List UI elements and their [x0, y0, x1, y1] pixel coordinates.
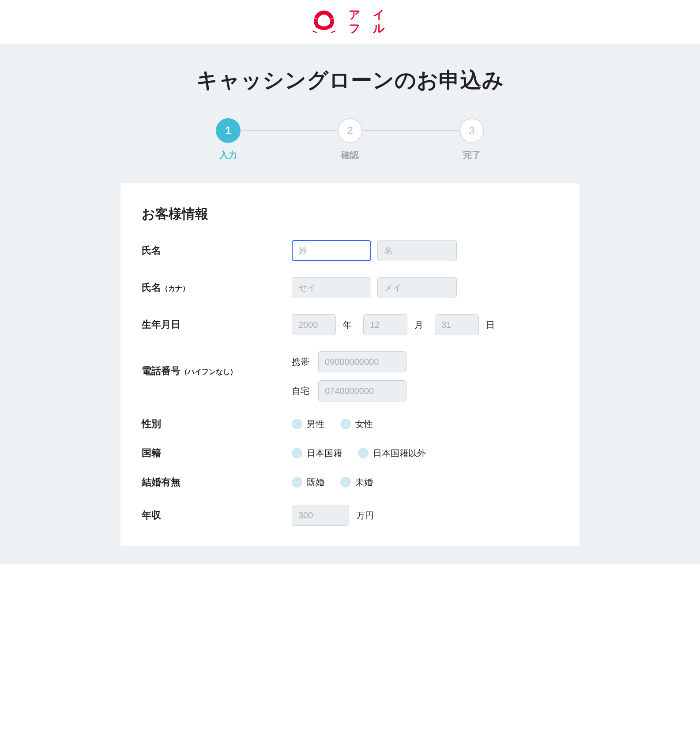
income-unit: 万円 [356, 510, 374, 521]
step-circle: 2 [338, 118, 362, 143]
row-name: 氏名 [142, 240, 558, 261]
birth-year-input[interactable] [292, 314, 336, 335]
step-label: 入力 [219, 149, 237, 161]
radio-icon [292, 477, 302, 488]
radio-icon [292, 448, 302, 458]
label-nationality: 国籍 [142, 446, 292, 460]
label-phone: 電話番号（ハイフンなし） [142, 351, 292, 378]
label-marital: 結婚有無 [142, 476, 292, 489]
page-body: キャッシングローンのお申込み 1 入力 2 確認 3 完了 お客様情報 氏名 [0, 44, 700, 564]
label-kana: 氏名（カナ） [142, 281, 292, 294]
radio-icon [340, 477, 351, 488]
home-phone-input[interactable] [318, 380, 406, 401]
stepper: 1 入力 2 確認 3 完了 [12, 118, 688, 161]
nationality-jp-radio[interactable]: 日本国籍 [292, 447, 342, 459]
marital-married-radio[interactable]: 既婚 [292, 476, 324, 488]
marital-single-radio[interactable]: 未婚 [340, 476, 373, 488]
home-label: 自宅 [292, 385, 312, 397]
step-label: 確認 [341, 149, 359, 161]
radio-icon [292, 419, 302, 429]
step-line [362, 130, 459, 131]
mobile-label: 携帯 [292, 356, 312, 368]
step-circle: 3 [459, 118, 484, 143]
logo-mark-icon [311, 9, 337, 34]
step-line [241, 130, 338, 131]
firstname-kana-input[interactable] [377, 277, 457, 298]
svg-line-1 [331, 31, 335, 33]
row-marital: 結婚有無 既婚 未婚 [142, 476, 558, 489]
logo-text: ア イ フ ル [349, 8, 389, 35]
birth-day-input[interactable] [435, 314, 479, 335]
lastname-kana-input[interactable] [292, 277, 371, 298]
logo: ア イ フ ル [311, 8, 389, 35]
label-gender: 性別 [142, 417, 292, 431]
row-phone: 電話番号（ハイフンなし） 携帯 自宅 [142, 351, 558, 401]
gender-male-radio[interactable]: 男性 [292, 418, 324, 430]
day-unit: 日 [486, 319, 495, 331]
step-input: 1 入力 [216, 118, 241, 161]
radio-icon [358, 448, 369, 458]
logo-text-line2: フ ル [349, 22, 389, 35]
income-input[interactable] [292, 505, 349, 526]
page-title: キャッシングローンのお申込み [12, 66, 688, 94]
label-income: 年収 [142, 509, 292, 522]
form-card: お客様情報 氏名 氏名（カナ） 生年月日 年 月 [120, 183, 580, 546]
row-birth: 生年月日 年 月 日 [142, 314, 558, 335]
header: ア イ フ ル [0, 0, 700, 44]
step-circle: 1 [216, 118, 241, 143]
section-title: お客様情報 [142, 205, 558, 223]
label-birth: 生年月日 [142, 318, 292, 331]
birth-month-input[interactable] [363, 314, 407, 335]
row-income: 年収 万円 [142, 505, 558, 526]
nationality-other-radio[interactable]: 日本国籍以外 [358, 447, 426, 459]
row-kana: 氏名（カナ） [142, 277, 558, 298]
step-label: 完了 [463, 149, 481, 161]
firstname-input[interactable] [377, 240, 457, 261]
month-unit: 月 [414, 319, 423, 331]
row-gender: 性別 男性 女性 [142, 417, 558, 431]
row-nationality: 国籍 日本国籍 日本国籍以外 [142, 446, 558, 460]
step-confirm: 2 確認 [338, 118, 362, 161]
gender-female-radio[interactable]: 女性 [340, 418, 373, 430]
label-name: 氏名 [142, 244, 292, 257]
mobile-phone-input[interactable] [318, 351, 406, 372]
svg-line-0 [312, 31, 317, 33]
year-unit: 年 [343, 319, 352, 331]
radio-icon [340, 419, 351, 429]
step-complete: 3 完了 [459, 118, 484, 161]
logo-text-line1: ア イ [349, 8, 389, 22]
lastname-input[interactable] [292, 240, 371, 261]
